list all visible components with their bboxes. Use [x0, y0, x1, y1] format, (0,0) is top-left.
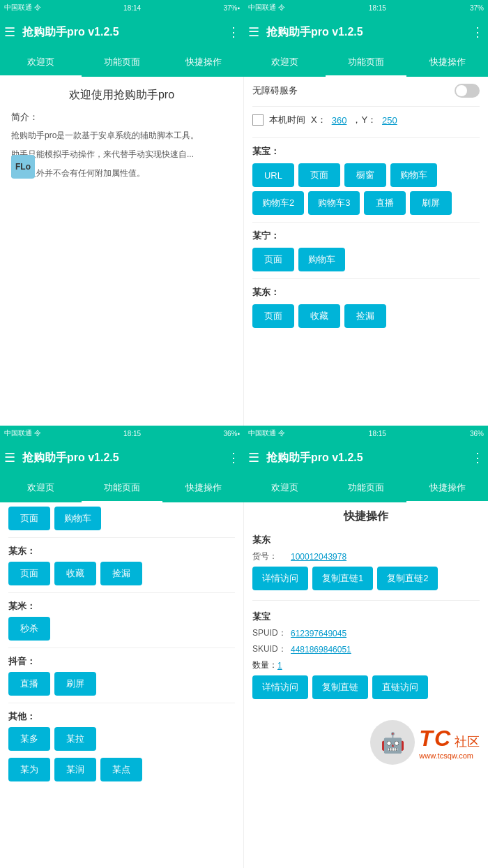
- bottom-left-appbar: ☰ 抢购助手pro v1.2.5 ⋮: [0, 441, 244, 474]
- left-more-icon[interactable]: ⋮: [227, 24, 240, 40]
- top-content-area: 欢迎使用抢购助手pro 简介： 抢购助手pro是一款基于安卓系统的辅助脚本工具。…: [0, 77, 488, 426]
- moubao-action-buttons: 详情访问 复制直链 直链访问: [252, 675, 480, 699]
- skuid-label: SKUID：: [252, 643, 291, 655]
- moudong-field-label: 货号：: [252, 551, 291, 562]
- tab-left-shortcut[interactable]: 快捷操作: [162, 49, 244, 77]
- x-value: 360: [332, 115, 347, 126]
- tab-right-welcome[interactable]: 欢迎页: [244, 49, 326, 77]
- accessibility-label: 无障碍服务: [252, 84, 298, 97]
- quick-moubao-section: 某宝: [252, 611, 480, 623]
- qita-buttons-row2: 某为 某润 某点: [8, 758, 235, 781]
- mooning-buttons: 页面 购物车: [252, 248, 480, 271]
- bottom-right-battery: 36%: [470, 430, 484, 437]
- tab-left-welcome[interactable]: 欢迎页: [0, 49, 82, 77]
- right-app-title: 抢购助手pro v1.2.5: [266, 25, 471, 40]
- moudong-label-top: 某东：: [252, 286, 480, 299]
- douyin-label: 抖音：: [8, 655, 235, 668]
- bottom-right-more-icon[interactable]: ⋮: [471, 450, 484, 465]
- x-label: X：: [311, 114, 326, 126]
- mooning-cart-btn[interactable]: 购物车: [298, 248, 345, 271]
- moudong-copy-link2-btn[interactable]: 复制直链2: [377, 567, 438, 590]
- skuid-row: SKUID： 4481869846051: [252, 643, 480, 655]
- qita-buttons-row1: 某多 某拉: [8, 727, 235, 751]
- bottom-right-carrier: 中国联通 令: [248, 428, 285, 438]
- bottom-right-appbar: ☰ 抢购助手pro v1.2.5 ⋮: [244, 441, 488, 474]
- bottom-right-menu-icon[interactable]: ☰: [248, 450, 259, 465]
- bottom-left-more-icon[interactable]: ⋮: [227, 450, 240, 465]
- douyin-refresh-btn[interactable]: 刷屏: [54, 672, 96, 696]
- moubao-refresh-btn[interactable]: 刷屏: [410, 191, 452, 215]
- tab-bottom-right-function[interactable]: 功能页面: [326, 474, 407, 502]
- qty-value[interactable]: 1: [277, 661, 282, 671]
- moubao-page-btn[interactable]: 页面: [298, 163, 340, 187]
- tab-bottom-right-welcome[interactable]: 欢迎页: [244, 474, 326, 502]
- moubao-copy-link-btn[interactable]: 复制直链: [312, 675, 368, 699]
- qita-run-btn[interactable]: 某润: [54, 758, 96, 781]
- left-menu-icon[interactable]: ☰: [4, 24, 15, 40]
- tab-bottom-right-shortcut[interactable]: 快捷操作: [406, 474, 488, 502]
- tab-right-shortcut[interactable]: 快捷操作: [406, 49, 488, 77]
- mooning-page-btn[interactable]: 页面: [252, 248, 294, 271]
- bottom-moudong-snatch-btn[interactable]: 捡漏: [100, 562, 142, 585]
- moudong-copy-link1-btn[interactable]: 复制直链1: [312, 567, 373, 590]
- bottom-right-time: 18:15: [369, 430, 386, 437]
- bottom-mooning-cart-btn[interactable]: 购物车: [54, 507, 101, 530]
- spuid-value[interactable]: 612397649045: [291, 629, 346, 638]
- tab-left-function[interactable]: 功能页面: [82, 49, 163, 77]
- moudong-page-btn-top[interactable]: 页面: [252, 304, 294, 328]
- top-left-battery: 37%▪: [223, 4, 240, 12]
- accessibility-toggle[interactable]: [455, 84, 480, 98]
- bottom-left-menu-icon[interactable]: ☰: [4, 450, 15, 465]
- watermark-subtitle: 社区: [455, 733, 480, 750]
- top-left-time: 18:14: [123, 4, 141, 12]
- mascot-icon: 🤖: [370, 720, 415, 765]
- watermark-text-group: T C 社区 www.tcsqw.com: [419, 726, 480, 760]
- intro-text-2: 助手只能模拟手动操作，来代替手动实现快速自...: [11, 148, 232, 161]
- time-row: 本机时间 X： 360 ，Y： 250: [252, 114, 480, 126]
- time-checkbox[interactable]: [252, 114, 264, 126]
- moubao-buttons: URL 页面 橱窗 购物车 购物车2 购物车3 直播 刷屏: [252, 163, 480, 215]
- top-app-bars: ☰ 抢购助手pro v1.2.5 ⋮ ☰ 抢购助手pro v1.2.5 ⋮: [0, 15, 488, 49]
- douyin-live-btn[interactable]: 直播: [8, 672, 50, 696]
- top-right-tabs: 欢迎页 功能页面 快捷操作: [244, 49, 488, 77]
- moubao-url-btn[interactable]: URL: [252, 163, 294, 187]
- tab-bottom-left-shortcut[interactable]: 快捷操作: [162, 474, 244, 502]
- intro-text-3: 除此之外并不会有任何附加属性值。: [11, 167, 232, 180]
- moudong-snatch-btn-top[interactable]: 捡漏: [344, 304, 386, 328]
- moubao-cart3-btn[interactable]: 购物车3: [308, 191, 360, 215]
- bottom-left-app-title: 抢购助手pro v1.2.5: [22, 451, 227, 465]
- moubao-detail-btn[interactable]: 详情访问: [252, 675, 308, 699]
- moudong-collect-btn-top[interactable]: 收藏: [298, 304, 340, 328]
- bottom-right-status: 中国联通 令 18:15 36%: [244, 426, 488, 441]
- qita-duo-btn[interactable]: 某多: [8, 727, 50, 751]
- moubao-live-btn[interactable]: 直播: [364, 191, 406, 215]
- tab-bottom-left-welcome[interactable]: 欢迎页: [0, 474, 82, 502]
- moudong-field-row: 货号： 100012043978: [252, 551, 480, 562]
- tab-bottom-left-function[interactable]: 功能页面: [82, 474, 163, 502]
- skuid-value[interactable]: 4481869846051: [291, 645, 351, 654]
- tab-right-function[interactable]: 功能页面: [326, 49, 407, 77]
- moumi-flash-btn[interactable]: 秒杀: [8, 617, 50, 641]
- bottom-mooning-page-btn[interactable]: 页面: [8, 507, 50, 530]
- moubao-direct-btn[interactable]: 直链访问: [372, 675, 428, 699]
- watermark-c: C: [434, 726, 450, 751]
- top-left-status: 中国联通 令 18:14 37%▪: [0, 0, 244, 15]
- moubao-window-btn[interactable]: 橱窗: [344, 163, 386, 187]
- moudong-detail-btn[interactable]: 详情访问: [252, 567, 308, 590]
- right-more-icon[interactable]: ⋮: [471, 24, 484, 40]
- bottom-moudong-page-btn[interactable]: 页面: [8, 562, 50, 585]
- y-value: 250: [382, 115, 397, 126]
- qita-dian-btn[interactable]: 某点: [100, 758, 142, 781]
- right-menu-icon[interactable]: ☰: [248, 24, 259, 40]
- bottom-status-bar: 中国联通 令 18:15 36%▪ 中国联通 令 18:15 36%: [0, 426, 488, 441]
- bottom-moudong-collect-btn[interactable]: 收藏: [54, 562, 96, 585]
- watermark-site: www.tcsqw.com: [419, 751, 473, 760]
- moubao-cart2-btn[interactable]: 购物车2: [252, 191, 304, 215]
- qita-wei-btn[interactable]: 某为: [8, 758, 50, 781]
- moubao-cart-btn[interactable]: 购物车: [390, 163, 437, 187]
- qty-label: 数量：: [252, 659, 277, 671]
- left-app-title: 抢购助手pro v1.2.5: [22, 25, 227, 40]
- qita-la-btn[interactable]: 某拉: [54, 727, 96, 751]
- top-left-carrier: 中国联通 令: [4, 3, 41, 13]
- moudong-field-value[interactable]: 100012043978: [291, 552, 346, 562]
